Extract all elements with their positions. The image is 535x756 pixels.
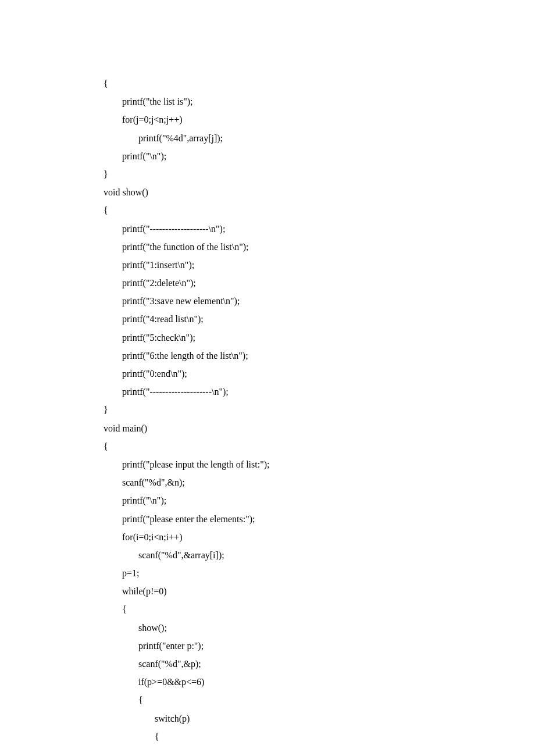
code-line: scanf("%d",&p);	[104, 655, 477, 673]
code-line: p=1;	[104, 564, 477, 582]
code-line: printf("4:read list\n");	[104, 310, 477, 328]
code-line: while(p!=0)	[104, 582, 477, 600]
code-line: printf("please input the length of list:…	[104, 455, 477, 473]
code-line: {	[104, 600, 477, 618]
code-line: printf("the function of the list\n");	[104, 238, 477, 256]
code-line: }	[104, 401, 477, 419]
code-line: }	[104, 165, 477, 183]
code-line: for(j=0;j<n;j++)	[104, 110, 477, 129]
code-line: printf("please enter the elements:");	[104, 510, 477, 528]
code-line: for(i=0;i<n;i++)	[104, 528, 477, 546]
code-line: printf("3:save new element\n");	[104, 292, 477, 310]
code-block: { printf("the list is"); for(j=0;j<n;j++…	[104, 74, 477, 746]
code-line: printf("--------------------\n");	[104, 383, 477, 401]
code-line: printf("5:check\n");	[104, 329, 477, 347]
code-line: printf("6:the length of the list\n");	[104, 347, 477, 365]
code-line: printf("the list is");	[104, 92, 477, 110]
code-line: printf("%4d",array[j]);	[104, 129, 477, 147]
code-line: printf("enter p:");	[104, 637, 477, 655]
code-line: scanf("%d",&array[i]);	[104, 546, 477, 564]
code-line: {	[104, 728, 477, 746]
code-line: show();	[104, 619, 477, 637]
code-line: void main()	[104, 419, 477, 437]
document-page: { printf("the list is"); for(j=0;j<n;j++…	[0, 0, 535, 746]
code-line: printf("1:insert\n");	[104, 256, 477, 274]
code-line: {	[104, 201, 477, 219]
code-line: printf("\n");	[104, 147, 477, 165]
code-line: {	[104, 74, 477, 92]
code-line: scanf("%d",&n);	[104, 473, 477, 491]
code-line: printf("0:end\n");	[104, 365, 477, 383]
code-line: {	[104, 691, 477, 709]
code-line: printf("-------------------\n");	[104, 220, 477, 238]
code-line: printf("\n");	[104, 491, 477, 509]
code-line: {	[104, 437, 477, 455]
code-line: if(p>=0&&p<=6)	[104, 673, 477, 691]
code-line: void show()	[104, 183, 477, 201]
code-line: printf("2:delete\n");	[104, 274, 477, 292]
code-line: switch(p)	[104, 709, 477, 728]
